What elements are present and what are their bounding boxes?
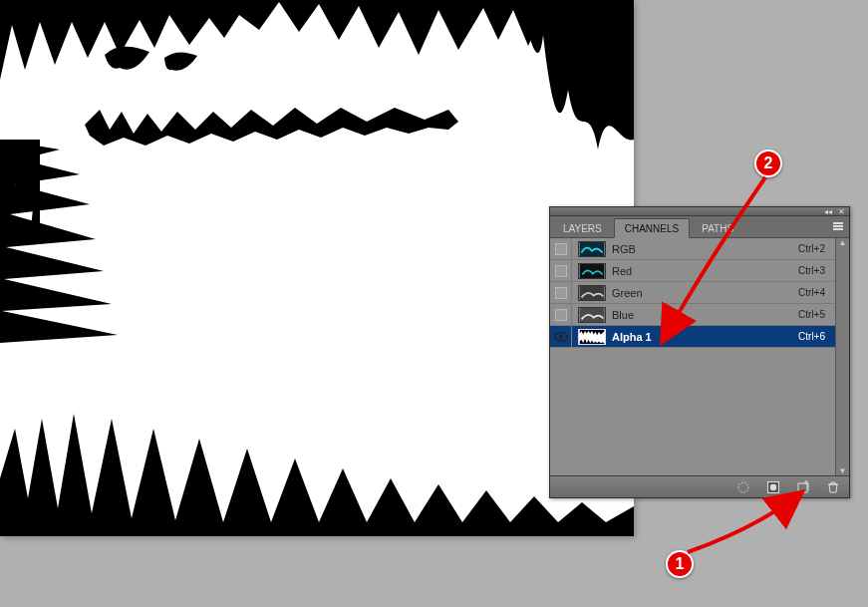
svg-point-10 — [770, 483, 776, 489]
channel-name: Red — [612, 265, 798, 277]
panel-footer — [550, 475, 849, 497]
annotation-label: 2 — [764, 154, 773, 172]
close-panel-icon[interactable]: ✕ — [838, 207, 845, 216]
scrollbar[interactable]: ▲ ▼ — [835, 238, 849, 475]
load-selection-icon[interactable] — [735, 479, 751, 495]
channel-row-green[interactable]: Green Ctrl+4 — [550, 282, 835, 304]
delete-icon[interactable] — [825, 479, 841, 495]
visibility-toggle[interactable] — [550, 282, 572, 303]
svg-rect-11 — [798, 483, 807, 492]
channel-shortcut: Ctrl+5 — [798, 309, 829, 320]
scroll-up-icon[interactable]: ▲ — [839, 238, 847, 247]
new-channel-icon[interactable] — [795, 479, 811, 495]
channel-name: Green — [612, 287, 798, 299]
channel-shortcut: Ctrl+6 — [798, 331, 829, 342]
channel-row-blue[interactable]: Blue Ctrl+5 — [550, 304, 835, 326]
visibility-toggle[interactable] — [550, 260, 572, 281]
visibility-toggle[interactable] — [550, 326, 572, 347]
collapse-icon[interactable]: ◂◂ — [824, 207, 832, 216]
annotation-label: 1 — [676, 555, 685, 573]
channel-shortcut: Ctrl+3 — [798, 265, 829, 276]
channel-row-rgb[interactable]: RGB Ctrl+2 — [550, 238, 835, 260]
svg-rect-4 — [580, 308, 605, 322]
tab-paths[interactable]: PATHS — [691, 218, 744, 237]
canvas-artwork — [0, 0, 634, 536]
channel-name: Blue — [612, 309, 798, 321]
svg-rect-2 — [580, 264, 605, 278]
annotation-badge-2: 2 — [754, 150, 782, 177]
tab-layers[interactable]: LAYERS — [552, 218, 613, 237]
annotation-arrow-1 — [676, 488, 815, 563]
channel-name: Alpha 1 — [612, 331, 798, 343]
channel-row-red[interactable]: Red Ctrl+3 — [550, 260, 835, 282]
svg-point-6 — [558, 334, 562, 338]
channel-name: RGB — [612, 243, 798, 255]
channel-thumbnail[interactable] — [578, 307, 606, 323]
panel-titlebar[interactable]: ◂◂ ✕ — [550, 207, 849, 216]
svg-rect-0 — [0, 0, 634, 536]
tab-channels[interactable]: CHANNELS — [614, 218, 690, 238]
visibility-toggle[interactable] — [550, 238, 572, 259]
channels-panel: ◂◂ ✕ LAYERS CHANNELS PATHS RGB Ctrl+2 — [549, 206, 850, 498]
save-selection-mask-icon[interactable] — [765, 479, 781, 495]
eye-icon — [554, 332, 568, 342]
panel-menu-icon[interactable] — [831, 220, 845, 232]
scroll-down-icon[interactable]: ▼ — [839, 466, 847, 475]
channel-thumbnail[interactable] — [578, 263, 606, 279]
channel-thumbnail[interactable] — [578, 241, 606, 257]
channel-row-alpha1[interactable]: Alpha 1 Ctrl+6 — [550, 326, 835, 348]
channel-thumbnail[interactable] — [578, 329, 606, 345]
visibility-toggle[interactable] — [550, 304, 572, 325]
channel-shortcut: Ctrl+4 — [798, 287, 829, 298]
svg-rect-3 — [580, 286, 605, 300]
channel-thumbnail[interactable] — [578, 285, 606, 301]
annotation-badge-1: 1 — [666, 550, 694, 578]
svg-point-8 — [738, 482, 748, 492]
panel-tabbar: LAYERS CHANNELS PATHS — [550, 216, 849, 238]
channel-shortcut: Ctrl+2 — [798, 243, 829, 254]
document-canvas[interactable] — [0, 0, 634, 536]
channel-list[interactable]: RGB Ctrl+2 Red Ctrl+3 Green Ctrl+4 — [550, 238, 835, 475]
